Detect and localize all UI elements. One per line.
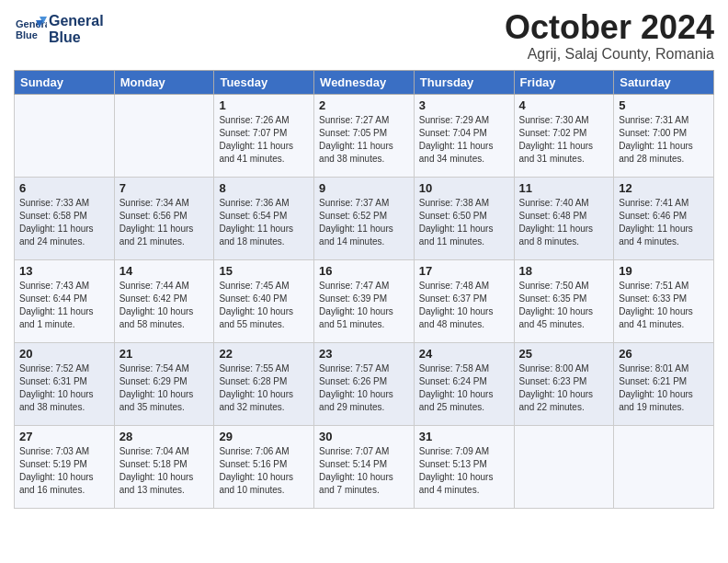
- week-row-4: 20Sunrise: 7:52 AM Sunset: 6:31 PM Dayli…: [15, 342, 714, 425]
- cell-w2-d0: 6Sunrise: 7:33 AM Sunset: 6:58 PM Daylig…: [15, 177, 115, 259]
- cell-w2-d6: 12Sunrise: 7:41 AM Sunset: 6:46 PM Dayli…: [614, 177, 714, 259]
- day-number: 12: [619, 181, 709, 195]
- day-number: 17: [419, 264, 509, 278]
- day-info: Sunrise: 8:00 AM Sunset: 6:23 PM Dayligh…: [519, 362, 609, 414]
- day-number: 14: [119, 264, 210, 278]
- title-block: October 2024 Agrij, Salaj County, Romani…: [505, 9, 714, 63]
- day-number: 10: [419, 181, 509, 195]
- day-number: 31: [419, 430, 509, 443]
- day-info: Sunrise: 7:45 AM Sunset: 6:40 PM Dayligh…: [219, 280, 309, 331]
- day-number: 13: [19, 264, 109, 278]
- day-info: Sunrise: 7:40 AM Sunset: 6:48 PM Dayligh…: [519, 197, 609, 248]
- cell-w1-d1: [114, 94, 214, 177]
- day-info: Sunrise: 7:58 AM Sunset: 6:24 PM Dayligh…: [419, 362, 509, 414]
- header: General Blue General Blue October 2024 A…: [14, 9, 714, 63]
- cell-w2-d3: 9Sunrise: 7:37 AM Sunset: 6:52 PM Daylig…: [314, 177, 415, 259]
- cell-w4-d1: 21Sunrise: 7:54 AM Sunset: 6:29 PM Dayli…: [114, 342, 214, 425]
- day-info: Sunrise: 7:38 AM Sunset: 6:50 PM Dayligh…: [419, 197, 509, 248]
- day-number: 8: [219, 181, 309, 195]
- day-number: 2: [319, 98, 409, 112]
- day-info: Sunrise: 7:26 AM Sunset: 7:07 PM Dayligh…: [219, 114, 309, 166]
- cell-w2-d1: 7Sunrise: 7:34 AM Sunset: 6:56 PM Daylig…: [114, 177, 214, 259]
- col-friday: Friday: [514, 70, 614, 94]
- day-number: 15: [219, 264, 309, 278]
- cell-w1-d0: [15, 94, 115, 177]
- col-thursday: Thursday: [414, 70, 514, 94]
- day-number: 9: [319, 181, 409, 195]
- day-info: Sunrise: 7:06 AM Sunset: 5:16 PM Dayligh…: [219, 445, 309, 497]
- day-info: Sunrise: 7:57 AM Sunset: 6:26 PM Dayligh…: [319, 362, 409, 414]
- day-number: 21: [119, 347, 210, 361]
- day-number: 24: [419, 347, 509, 361]
- week-row-2: 6Sunrise: 7:33 AM Sunset: 6:58 PM Daylig…: [15, 177, 714, 259]
- cell-w3-d2: 15Sunrise: 7:45 AM Sunset: 6:40 PM Dayli…: [214, 259, 314, 342]
- day-number: 16: [319, 264, 409, 278]
- month-title: October 2024: [505, 9, 714, 46]
- day-info: Sunrise: 7:09 AM Sunset: 5:13 PM Dayligh…: [419, 445, 509, 497]
- day-number: 26: [619, 347, 709, 361]
- cell-w4-d0: 20Sunrise: 7:52 AM Sunset: 6:31 PM Dayli…: [15, 342, 115, 425]
- cell-w5-d0: 27Sunrise: 7:03 AM Sunset: 5:19 PM Dayli…: [15, 425, 115, 508]
- svg-text:Blue: Blue: [16, 29, 38, 40]
- day-info: Sunrise: 7:04 AM Sunset: 5:18 PM Dayligh…: [119, 445, 210, 497]
- cell-w4-d6: 26Sunrise: 8:01 AM Sunset: 6:21 PM Dayli…: [614, 342, 714, 425]
- week-row-3: 13Sunrise: 7:43 AM Sunset: 6:44 PM Dayli…: [15, 259, 714, 342]
- cell-w5-d1: 28Sunrise: 7:04 AM Sunset: 5:18 PM Dayli…: [114, 425, 214, 508]
- day-number: 29: [219, 430, 309, 443]
- location-subtitle: Agrij, Salaj County, Romania: [505, 46, 714, 63]
- day-number: 18: [519, 264, 609, 278]
- cell-w5-d6: [614, 425, 714, 508]
- day-info: Sunrise: 7:37 AM Sunset: 6:52 PM Dayligh…: [319, 197, 409, 248]
- cell-w3-d4: 17Sunrise: 7:48 AM Sunset: 6:37 PM Dayli…: [414, 259, 514, 342]
- day-info: Sunrise: 7:43 AM Sunset: 6:44 PM Dayligh…: [19, 280, 109, 331]
- day-info: Sunrise: 7:52 AM Sunset: 6:31 PM Dayligh…: [19, 362, 109, 414]
- calendar-table: Sunday Monday Tuesday Wednesday Thursday…: [14, 70, 714, 509]
- day-number: 5: [619, 98, 709, 112]
- cell-w5-d3: 30Sunrise: 7:07 AM Sunset: 5:14 PM Dayli…: [314, 425, 415, 508]
- cell-w1-d5: 4Sunrise: 7:30 AM Sunset: 7:02 PM Daylig…: [514, 94, 614, 177]
- cell-w1-d3: 2Sunrise: 7:27 AM Sunset: 7:05 PM Daylig…: [314, 94, 415, 177]
- day-number: 7: [119, 181, 210, 195]
- day-number: 1: [219, 98, 309, 112]
- col-monday: Monday: [114, 70, 214, 94]
- day-number: 6: [19, 181, 109, 195]
- cell-w2-d4: 10Sunrise: 7:38 AM Sunset: 6:50 PM Dayli…: [414, 177, 514, 259]
- day-info: Sunrise: 7:36 AM Sunset: 6:54 PM Dayligh…: [219, 197, 309, 248]
- day-info: Sunrise: 7:33 AM Sunset: 6:58 PM Dayligh…: [19, 197, 109, 248]
- day-info: Sunrise: 7:31 AM Sunset: 7:00 PM Dayligh…: [619, 114, 709, 166]
- cell-w4-d5: 25Sunrise: 8:00 AM Sunset: 6:23 PM Dayli…: [514, 342, 614, 425]
- cell-w4-d4: 24Sunrise: 7:58 AM Sunset: 6:24 PM Dayli…: [414, 342, 514, 425]
- cell-w4-d2: 22Sunrise: 7:55 AM Sunset: 6:28 PM Dayli…: [214, 342, 314, 425]
- day-number: 28: [119, 430, 210, 443]
- day-info: Sunrise: 7:55 AM Sunset: 6:28 PM Dayligh…: [219, 362, 309, 414]
- day-number: 19: [619, 264, 709, 278]
- day-number: 11: [519, 181, 609, 195]
- cell-w3-d1: 14Sunrise: 7:44 AM Sunset: 6:42 PM Dayli…: [114, 259, 214, 342]
- day-number: 30: [319, 430, 409, 443]
- week-row-1: 1Sunrise: 7:26 AM Sunset: 7:07 PM Daylig…: [15, 94, 714, 177]
- col-sunday: Sunday: [15, 70, 115, 94]
- main-container: General Blue General Blue October 2024 A…: [0, 0, 728, 523]
- day-info: Sunrise: 7:48 AM Sunset: 6:37 PM Dayligh…: [419, 280, 509, 331]
- day-info: Sunrise: 7:30 AM Sunset: 7:02 PM Dayligh…: [519, 114, 609, 166]
- day-number: 23: [319, 347, 409, 361]
- day-number: 25: [519, 347, 609, 361]
- day-info: Sunrise: 7:50 AM Sunset: 6:35 PM Dayligh…: [519, 280, 609, 331]
- day-number: 27: [19, 430, 109, 443]
- cell-w3-d0: 13Sunrise: 7:43 AM Sunset: 6:44 PM Dayli…: [15, 259, 115, 342]
- cell-w3-d5: 18Sunrise: 7:50 AM Sunset: 6:35 PM Dayli…: [514, 259, 614, 342]
- cell-w3-d6: 19Sunrise: 7:51 AM Sunset: 6:33 PM Dayli…: [614, 259, 714, 342]
- cell-w5-d5: [514, 425, 614, 508]
- day-number: 20: [19, 347, 109, 361]
- day-info: Sunrise: 7:34 AM Sunset: 6:56 PM Dayligh…: [119, 197, 210, 248]
- logo: General Blue General Blue: [14, 13, 104, 46]
- cell-w3-d3: 16Sunrise: 7:47 AM Sunset: 6:39 PM Dayli…: [314, 259, 415, 342]
- cell-w2-d2: 8Sunrise: 7:36 AM Sunset: 6:54 PM Daylig…: [214, 177, 314, 259]
- day-info: Sunrise: 7:54 AM Sunset: 6:29 PM Dayligh…: [119, 362, 210, 414]
- cell-w5-d2: 29Sunrise: 7:06 AM Sunset: 5:16 PM Dayli…: [214, 425, 314, 508]
- cell-w1-d2: 1Sunrise: 7:26 AM Sunset: 7:07 PM Daylig…: [214, 94, 314, 177]
- day-info: Sunrise: 7:29 AM Sunset: 7:04 PM Dayligh…: [419, 114, 509, 166]
- day-info: Sunrise: 7:07 AM Sunset: 5:14 PM Dayligh…: [319, 445, 409, 497]
- col-saturday: Saturday: [614, 70, 714, 94]
- day-info: Sunrise: 7:47 AM Sunset: 6:39 PM Dayligh…: [319, 280, 409, 331]
